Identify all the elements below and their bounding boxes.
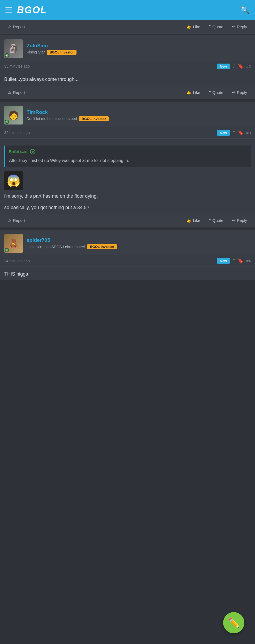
report-button[interactable]: ⚠ Report (4, 23, 29, 31)
post-emoji-avatar: 😱 (4, 171, 23, 190)
reply-icon: ↩ (232, 218, 235, 223)
username[interactable]: ZuluSam (27, 43, 76, 49)
top-action-bar: ⚠ Report 👍 Like ❝ Quote ↩ Reply (0, 20, 255, 34)
report-icon: ⚠ (8, 90, 11, 95)
user-info: 🧸 ● spider705 Light skin, non ADOS Lebro… (0, 230, 255, 255)
quote-button[interactable]: ❝ Quote (205, 23, 227, 31)
share-icon[interactable]: ⤴ (233, 258, 235, 264)
user-title: Rising Star (27, 50, 45, 54)
action-bar-right: 👍 Like ❝ Quote ↩ Reply (182, 217, 251, 225)
share-icon[interactable]: ⤴ (233, 64, 235, 69)
quote-icon: ❝ (209, 218, 211, 223)
avatar-wrap: 🧸 ● (4, 234, 23, 253)
like-button[interactable]: 👍 Like (182, 23, 204, 31)
new-badge: New (217, 130, 230, 136)
like-icon: 👍 (186, 90, 191, 95)
post-content: Bullet said: ⊕ After they finished up Wi… (0, 139, 255, 214)
quote-button[interactable]: ❝ Quote (205, 88, 227, 96)
post-number: #2 (246, 64, 251, 69)
post-content: Bullet...you always come through... (0, 72, 255, 86)
post-text: Bullet...you always come through... (4, 76, 251, 83)
post-time: 32 minutes ago (4, 131, 214, 135)
avatar-wrap: 🧑 ● (4, 106, 23, 124)
reply-icon: ↩ (232, 90, 235, 95)
post-block: 🗿 ● ZuluSam Rising Star BGOL Investor 35… (0, 35, 255, 100)
post-action-bar: ⚠ Report 👍 Like ❝ Quote ↩ Reply (0, 214, 255, 227)
user-meta: Don't let me be misunderstood BGOL Inves… (27, 116, 109, 121)
new-badge: New (217, 64, 230, 69)
online-status-dot: ● (5, 248, 9, 252)
user-meta: Rising Star BGOL Investor (27, 50, 76, 55)
bookmark-icon[interactable]: 🔖 (238, 130, 244, 136)
username[interactable]: spider705 (27, 237, 117, 243)
quote-block: Bullet said: ⊕ After they finished up Wi… (4, 146, 251, 167)
post-meta: 35 minutes ago New ⤴ 🔖 #2 (0, 61, 255, 72)
online-icon: ● (6, 249, 7, 251)
report-icon: ⚠ (8, 24, 11, 29)
quote-button[interactable]: ❝ Quote (205, 217, 227, 225)
bookmark-icon[interactable]: 🔖 (238, 258, 244, 264)
reply-icon: ↩ (232, 24, 235, 29)
menu-icon[interactable] (5, 7, 12, 13)
reply-button[interactable]: ↩ Reply (228, 217, 251, 225)
post-time: 35 minutes ago (4, 64, 214, 68)
new-badge: New (217, 258, 230, 264)
reply-button[interactable]: ↩ Reply (228, 23, 251, 31)
quote-icon: ❝ (209, 90, 211, 95)
post-time: 24 minutes ago (4, 259, 214, 263)
action-bar-right: 👍 Like ❝ Quote ↩ Reply (182, 88, 251, 96)
post-content: THIS nigga (0, 267, 255, 280)
reply-button[interactable]: ↩ Reply (228, 88, 251, 96)
post-meta: 24 minutes ago New ⤴ 🔖 #4 (0, 255, 255, 267)
investor-badge: BGOL Investor (79, 116, 109, 121)
post-text: THIS nigga (4, 271, 251, 278)
report-button[interactable]: ⚠ Report (4, 88, 29, 96)
post-meta: 32 minutes ago New ⤴ 🔖 #3 (0, 127, 255, 139)
user-details: ZuluSam Rising Star BGOL Investor (27, 43, 76, 55)
user-title: Light skin, non ADOS Lebron hater! (27, 245, 85, 249)
online-icon: ● (6, 121, 7, 123)
post-block: 🧑 ● TimRock Don't let me be misunderstoo… (0, 102, 255, 228)
online-status-dot: ● (5, 120, 9, 124)
like-icon: 👍 (186, 24, 191, 29)
action-bar-right: 👍 Like ❝ Quote ↩ Reply (182, 23, 251, 31)
post-block: 🧸 ● spider705 Light skin, non ADOS Lebro… (0, 230, 255, 281)
post-text-line2: so basically, you got nothing but a 34.5… (4, 204, 251, 211)
report-icon: ⚠ (8, 218, 11, 223)
header-left: BGOL (5, 5, 47, 16)
user-meta: Light skin, non ADOS Lebron hater! BGOL … (27, 244, 117, 249)
user-title: Don't let me be misunderstood (27, 117, 77, 121)
quote-author-text: Bullet said: (9, 149, 28, 155)
app-header: BGOL 🔍 (0, 0, 255, 20)
like-icon: 👍 (186, 218, 191, 223)
username[interactable]: TimRock (27, 109, 109, 115)
like-button[interactable]: 👍 Like (182, 217, 204, 225)
report-button[interactable]: ⚠ Report (4, 217, 29, 225)
quote-text: After they finished up Wifey was upset a… (9, 157, 247, 164)
post-action-bar: ⚠ Report 👍 Like ❝ Quote ↩ Reply (0, 86, 255, 99)
post-number: #3 (246, 131, 251, 135)
user-info: 🧑 ● TimRock Don't let me be misunderstoo… (0, 102, 255, 127)
quote-author: Bullet said: ⊕ (9, 149, 247, 155)
like-button[interactable]: 👍 Like (182, 88, 204, 96)
post-number: #4 (246, 259, 251, 263)
bookmark-icon[interactable]: 🔖 (238, 63, 244, 69)
investor-badge: BGOL Investor (47, 50, 76, 55)
user-details: spider705 Light skin, non ADOS Lebron ha… (27, 237, 117, 249)
online-icon: ● (6, 54, 7, 57)
investor-badge: BGOL Investor (87, 244, 117, 249)
post-text-line1: i'm sorry, this part has me on the floor… (4, 193, 251, 200)
search-icon[interactable]: 🔍 (240, 6, 250, 14)
avatar-wrap: 🗿 ● (4, 39, 23, 58)
share-icon[interactable]: ⤴ (233, 130, 235, 136)
user-info: 🗿 ● ZuluSam Rising Star BGOL Investor (0, 35, 255, 61)
user-details: TimRock Don't let me be misunderstood BG… (27, 109, 109, 121)
quote-up-icon: ⊕ (30, 149, 35, 154)
online-status-dot: ● (5, 53, 9, 57)
app-logo: BGOL (17, 5, 47, 16)
quote-icon: ❝ (209, 24, 211, 29)
